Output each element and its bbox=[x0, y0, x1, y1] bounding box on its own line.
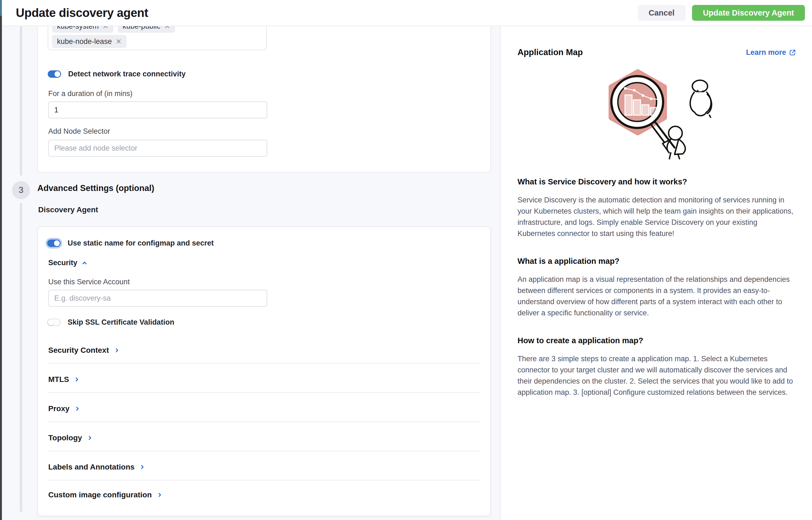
application-map-illustration bbox=[593, 62, 721, 160]
node-selector-input[interactable] bbox=[48, 140, 267, 157]
advanced-settings-heading: Advanced Settings (optional) bbox=[37, 183, 154, 193]
detect-network-trace-label: Detect network trace connectivity bbox=[68, 70, 186, 78]
chevron-up-icon bbox=[81, 260, 88, 266]
remove-tag-icon[interactable]: ✕ bbox=[103, 26, 109, 30]
namespace-tag-kube-node-lease[interactable]: kube-node-lease ✕ bbox=[52, 35, 127, 48]
help-heading: How to create a application map? bbox=[517, 336, 796, 345]
section-labels-annotations[interactable]: Labels and Annotations bbox=[48, 463, 145, 471]
skip-ssl-toggle-row: Skip SSL Certificate Validation bbox=[47, 318, 174, 327]
discovery-agent-card: Use static name for configmap and secret… bbox=[37, 227, 491, 516]
page-header: Update discovery agent Cancel Update Dis… bbox=[2, 0, 812, 26]
service-account-input[interactable] bbox=[48, 290, 267, 307]
cancel-button[interactable]: Cancel bbox=[638, 5, 685, 21]
network-settings-card: kube-system ✕ kube-public ✕ kube-node-le… bbox=[37, 26, 491, 173]
help-section-what-is-app-map: What is a application map? An applicatio… bbox=[517, 257, 796, 319]
static-name-toggle[interactable] bbox=[47, 239, 60, 247]
divider bbox=[48, 392, 481, 393]
divider bbox=[48, 451, 481, 451]
section-security-context[interactable]: Security Context bbox=[48, 346, 120, 355]
static-name-toggle-row: Use static name for configmap and secret bbox=[47, 239, 214, 248]
duration-label: For a duration of (in mins) bbox=[48, 89, 133, 98]
remove-tag-icon[interactable]: ✕ bbox=[116, 37, 121, 46]
divider bbox=[48, 363, 481, 364]
update-discovery-agent-page: Update discovery agent Cancel Update Dis… bbox=[0, 0, 812, 520]
section-mtls[interactable]: MTLS bbox=[48, 375, 80, 384]
security-section-header[interactable]: Security bbox=[48, 259, 88, 267]
help-paragraph: There are 3 simple steps to create a app… bbox=[517, 353, 796, 398]
skip-ssl-toggle[interactable] bbox=[47, 319, 60, 326]
stepper-rail bbox=[20, 26, 22, 176]
namespace-tag[interactable]: kube-system ✕ bbox=[52, 26, 113, 33]
static-name-label: Use static name for configmap and secret bbox=[67, 239, 214, 248]
application-map-help-panel: Application Map Learn more bbox=[500, 26, 812, 520]
step-3-badge: 3 bbox=[12, 181, 30, 199]
help-panel-title: Application Map bbox=[517, 48, 583, 57]
section-proxy[interactable]: Proxy bbox=[48, 404, 80, 413]
discovery-agent-subheading: Discovery Agent bbox=[38, 205, 98, 214]
namespace-tag-row: kube-node-lease ✕ bbox=[52, 35, 127, 48]
help-heading: What is Service Discovery and how it wor… bbox=[517, 177, 796, 186]
remove-tag-icon[interactable]: ✕ bbox=[164, 26, 170, 30]
page-title: Update discovery agent bbox=[16, 6, 148, 20]
help-heading: What is a application map? bbox=[517, 257, 796, 266]
node-selector-label: Add Node Selector bbox=[48, 127, 110, 136]
chevron-right-icon bbox=[75, 406, 80, 412]
divider bbox=[48, 480, 481, 480]
duration-input[interactable] bbox=[48, 102, 267, 119]
skip-ssl-label: Skip SSL Certificate Validation bbox=[67, 318, 174, 327]
background-app-edge bbox=[0, 0, 2, 520]
update-discovery-agent-button[interactable]: Update Discovery Agent bbox=[692, 5, 805, 21]
chevron-right-icon bbox=[114, 347, 120, 353]
network-trace-toggle-row: Detect network trace connectivity bbox=[48, 70, 186, 78]
stepper-rail bbox=[20, 203, 22, 512]
background-app-edge-accent bbox=[0, 0, 2, 16]
detect-network-trace-toggle[interactable] bbox=[48, 70, 61, 78]
chevron-right-icon bbox=[87, 435, 93, 441]
learn-more-link[interactable]: Learn more bbox=[746, 48, 796, 57]
chevron-right-icon bbox=[157, 492, 163, 498]
service-account-label: Use this Service Account bbox=[48, 278, 130, 286]
namespace-tags-input[interactable]: kube-system ✕ kube-public ✕ kube-node-le… bbox=[48, 26, 267, 50]
namespace-tag[interactable]: kube-public ✕ bbox=[118, 26, 175, 33]
external-link-icon bbox=[789, 49, 796, 56]
tag-label: kube-node-lease bbox=[57, 37, 112, 46]
security-label: Security bbox=[48, 259, 77, 267]
namespace-tag-row-clipped: kube-system ✕ kube-public ✕ bbox=[52, 26, 175, 33]
chevron-right-icon bbox=[139, 464, 145, 470]
help-paragraph: Service Discovery is the automatic detec… bbox=[517, 194, 796, 239]
divider bbox=[48, 421, 481, 422]
chevron-right-icon bbox=[74, 376, 80, 383]
section-custom-image[interactable]: Custom image configuration bbox=[48, 491, 163, 499]
section-topology[interactable]: Topology bbox=[48, 434, 93, 442]
help-paragraph: An application map is a visual represent… bbox=[517, 274, 796, 319]
help-section-service-discovery: What is Service Discovery and how it wor… bbox=[517, 177, 796, 239]
help-section-how-to-create: How to create a application map? There a… bbox=[517, 336, 796, 398]
